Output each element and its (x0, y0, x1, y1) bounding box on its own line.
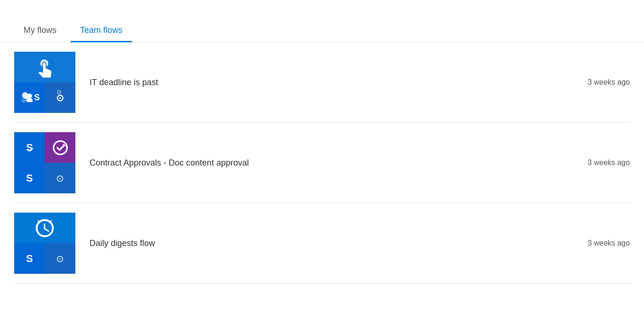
flow-time: 3 weeks ago (587, 78, 630, 87)
flow-icon-2: S S ⊙ (14, 132, 75, 193)
flow-icon-3: S ⊙ (14, 213, 75, 274)
tab-team-flows[interactable]: Team flows (71, 21, 132, 42)
tab-bar: My flows Team flows (0, 0, 644, 42)
list-item[interactable]: S S ⊙ Contract Approvals (14, 123, 630, 203)
flow-list: S S O ⊙ IT deadline is past 3 weeks ago (0, 42, 644, 284)
approval-icon (45, 132, 75, 163)
svg-point-4 (53, 141, 67, 154)
flow-name: Contract Approvals - Doc content approva… (90, 158, 578, 168)
outlook-icon-br: ⊙ (45, 163, 75, 193)
sharepoint-icon: S S (14, 82, 45, 113)
flow-time: 3 weeks ago (587, 159, 630, 167)
outlook-icon: O ⊙ (45, 82, 75, 113)
tab-my-flows[interactable]: My flows (14, 21, 66, 42)
sharepoint-icon: S (14, 243, 45, 274)
flow-name: IT deadline is past (90, 78, 578, 87)
sharepoint-icon-tl: S (14, 132, 45, 163)
sharepoint-icon-bl: S (14, 163, 45, 193)
list-item[interactable]: S ⊙ Daily digests flow 3 weeks ago (14, 203, 630, 284)
trigger-icon (14, 52, 75, 82)
list-item[interactable]: S S O ⊙ IT deadline is past 3 weeks ago (14, 42, 630, 123)
clock-icon (14, 213, 75, 243)
outlook-icon: ⊙ (45, 243, 75, 274)
flow-name: Daily digests flow (90, 238, 578, 248)
flow-icon-1: S S O ⊙ (14, 52, 75, 113)
flow-time: 3 weeks ago (587, 239, 630, 247)
